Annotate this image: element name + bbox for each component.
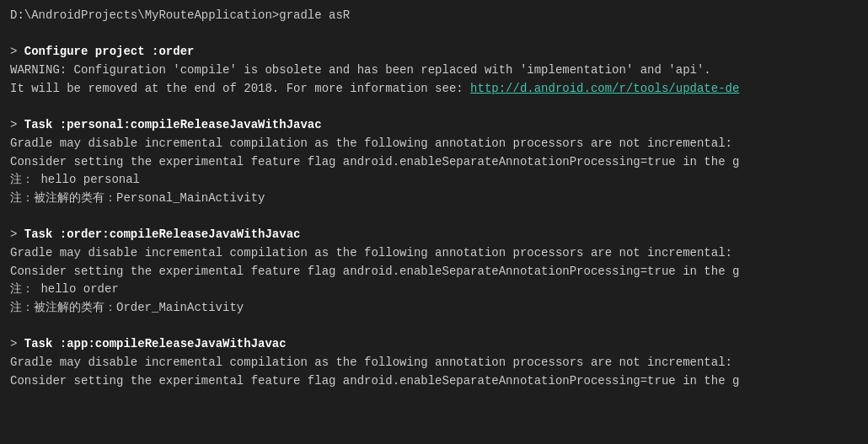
- note-hello-order-line: 注： hello order: [10, 281, 858, 299]
- gradle-consider-text-3: Consider setting the experimental featur…: [10, 374, 739, 388]
- warning-prefix: It will be removed at the end of 2018. F…: [10, 82, 470, 95]
- task-prompt-4: >: [10, 337, 24, 350]
- empty-line-2: [10, 98, 858, 116]
- gradle-consider-line-3: Consider setting the experimental featur…: [10, 372, 858, 391]
- command-text: D:\AndroidProjects\MyRouteApplication>gr…: [10, 8, 350, 22]
- task-configure-line: > Configure project :order: [10, 43, 858, 62]
- note-hello-personal-text: 注： hello personal: [10, 173, 140, 186]
- gradle-consider-text-2: Consider setting the experimental featur…: [10, 265, 739, 278]
- gradle-note-line-3: Gradle may disable incremental compilati…: [10, 354, 858, 372]
- empty-line-4: [10, 318, 858, 336]
- note-class-personal-line: 注：被注解的类有：Personal_MainActivity: [10, 190, 858, 208]
- warning-link-line: It will be removed at the end of 2018. F…: [10, 80, 858, 99]
- gradle-consider-text-1: Consider setting the experimental featur…: [10, 155, 739, 169]
- warning-line-1: WARNING: Configuration 'compile' is obso…: [10, 62, 858, 80]
- command-line: D:\AndroidProjects\MyRouteApplication>gr…: [10, 7, 858, 25]
- note-class-order-text: 注：被注解的类有：Order_MainActivity: [10, 301, 244, 314]
- warning-text-1: WARNING: Configuration 'compile' is obso…: [10, 63, 711, 77]
- gradle-note-text-3: Gradle may disable incremental compilati…: [10, 356, 732, 369]
- note-hello-personal-line: 注： hello personal: [10, 171, 858, 190]
- note-class-order-line: 注：被注解的类有：Order_MainActivity: [10, 299, 858, 318]
- gradle-note-line-1: Gradle may disable incremental compilati…: [10, 135, 858, 153]
- task-prompt-1: >: [10, 45, 24, 58]
- task-personal-line: > Task :personal:compileReleaseJavaWithJ…: [10, 116, 858, 135]
- task-order-line: > Task :order:compileReleaseJavaWithJava…: [10, 226, 858, 244]
- empty-line-1: [10, 25, 858, 44]
- task-label-configure: Configure project :order: [24, 45, 195, 58]
- gradle-note-line-2: Gradle may disable incremental compilati…: [10, 244, 858, 263]
- empty-line-3: [10, 208, 858, 227]
- gradle-note-text-1: Gradle may disable incremental compilati…: [10, 136, 732, 150]
- android-link[interactable]: http://d.android.com/r/tools/update-de: [470, 82, 739, 95]
- gradle-consider-line-2: Consider setting the experimental featur…: [10, 263, 858, 281]
- note-hello-order-text: 注： hello order: [10, 282, 119, 296]
- task-app-line: > Task :app:compileReleaseJavaWithJavac: [10, 335, 858, 354]
- note-class-personal-text: 注：被注解的类有：Personal_MainActivity: [10, 191, 265, 205]
- task-label-order: Task :order:compileReleaseJavaWithJavac: [24, 227, 301, 241]
- terminal: D:\AndroidProjects\MyRouteApplication>gr…: [0, 0, 868, 444]
- task-label-app: Task :app:compileReleaseJavaWithJavac: [24, 337, 287, 350]
- task-prompt-2: >: [10, 118, 24, 131]
- task-prompt-3: >: [10, 227, 24, 241]
- gradle-note-text-2: Gradle may disable incremental compilati…: [10, 246, 732, 259]
- gradle-consider-line-1: Consider setting the experimental featur…: [10, 153, 858, 172]
- task-label-personal: Task :personal:compileReleaseJavaWithJav…: [24, 118, 322, 131]
